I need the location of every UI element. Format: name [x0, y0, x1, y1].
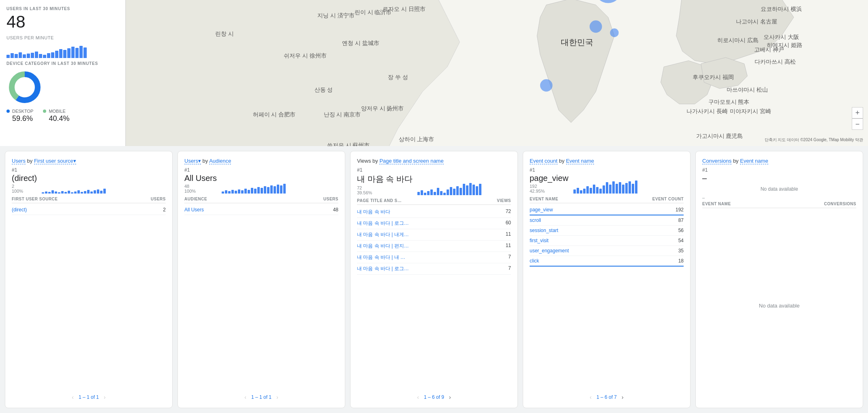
table-row: page_view192	[530, 205, 684, 215]
row-label: first_visit	[530, 238, 549, 243]
table-row: (direct) 2	[12, 205, 166, 215]
event-col1: EVENT NAME	[530, 197, 558, 201]
conv-col1: EVENT NAME	[702, 202, 731, 206]
svg-text:마쓰야마시 松山: 마쓰야마시 松山	[727, 87, 768, 93]
row-value: 11	[506, 231, 511, 238]
event-metric: 192	[530, 184, 569, 189]
event-count-card: Event count by Event name #1 page_view 1…	[523, 151, 691, 408]
event-pct: 42.95%	[530, 189, 569, 194]
users-source-pct: 100%	[12, 189, 37, 194]
row-label: 내 마음 속 바다 | 내게…	[357, 231, 409, 238]
audience-col1: AUDIENCE	[184, 197, 207, 201]
realtime-panel: USERS IN LAST 30 MINUTES 48 USERS PER MI…	[0, 0, 126, 146]
svg-text:양저우 시 扬州市: 양저우 시 扬州市	[361, 105, 404, 112]
conversions-event-link[interactable]: Event name	[740, 158, 768, 164]
table-row: first_visit54	[530, 236, 684, 246]
users-source-table-header: FIRST USER SOURCE USERS	[12, 197, 166, 203]
svg-text:상하이 上海市: 상하이 上海市	[399, 136, 434, 142]
users-per-minute-bars	[6, 42, 119, 58]
svg-point-41	[610, 28, 618, 37]
page-next-button[interactable]: ›	[447, 393, 453, 401]
row-label: session_start	[530, 228, 558, 233]
svg-text:쉬저우 시 徐州市: 쉬저우 시 徐州市	[284, 53, 327, 59]
row-value: 54	[678, 238, 684, 243]
conversions-table-header: EVENT NAME CONVERSIONS	[702, 202, 856, 208]
event-count-header: Event count by Event name	[530, 158, 684, 164]
audience-link[interactable]: Audience	[209, 158, 231, 164]
conversions-no-data2: No data available	[702, 210, 856, 401]
col2-label: USERS	[151, 197, 166, 201]
page-col2: VIEWS	[497, 198, 511, 203]
page-rank: #1	[357, 167, 511, 173]
device-legend: DESKTOP 59.6% MOBILE 40.4%	[6, 109, 119, 123]
table-row: click18	[530, 256, 684, 267]
map-svg: 지난 시 済南市 쯔보 시 웨이팡 시 潍坊市 옌타이 시 烟台市 지닝 시 済…	[126, 0, 868, 146]
event-rows-container: page_view192scroll87session_start56first…	[530, 205, 684, 267]
row-label: 내 마음 속 바다 | 로그…	[357, 220, 409, 227]
users-source-bars	[42, 179, 166, 194]
desktop-label: DESKTOP	[12, 109, 33, 114]
audience-prev-button[interactable]: ‹	[243, 393, 248, 401]
row-label: (direct)	[12, 207, 27, 213]
table-row: 내 마음 속 바다 | 로그…60	[357, 218, 511, 229]
event-name-link[interactable]: Event name	[566, 158, 594, 164]
svg-text:오사카시 大阪: 오사카시 大阪	[763, 34, 799, 40]
row-value: 35	[678, 248, 684, 254]
row-label: scroll	[530, 217, 541, 223]
conversions-label: Conversions	[702, 158, 731, 164]
map-controls: + −	[852, 107, 863, 130]
page-metric-row: 내 마음 속 바다 72 39.56%	[357, 173, 511, 195]
map-credit: 단축키 지도 데이터 ©2024 Google, TMap Mobility 약…	[765, 137, 863, 143]
audience-row-label: All Users	[184, 207, 204, 213]
svg-point-42	[540, 79, 553, 92]
col1-label: FIRST USER SOURCE	[12, 197, 58, 201]
table-row: 내 마음 속 바다 | 내게…11	[357, 229, 511, 241]
page-primary: 내 마음 속 바다	[357, 174, 413, 185]
event-rank: #1	[530, 167, 684, 173]
audience-next-button[interactable]: ›	[275, 393, 280, 401]
row-value: 72	[506, 209, 511, 215]
audience-row-value: 48	[333, 207, 338, 213]
row-value: 192	[676, 207, 684, 213]
row-label: page_view	[530, 207, 553, 213]
users-source-rank: #1	[12, 167, 166, 173]
svg-text:장 쑤 성: 장 쑤 성	[388, 74, 408, 80]
row-label: 내 마음 속 바다 | 내 …	[357, 254, 405, 261]
page-title-link[interactable]: Page title and screen name	[379, 158, 443, 164]
event-metric-row: page_view 192 42.95%	[530, 173, 684, 194]
prev-page-button[interactable]: ‹	[70, 393, 75, 401]
svg-text:요코하마시 横浜: 요코하마시 横浜	[761, 6, 802, 12]
views-by-page-header: Views by Page title and screen name	[357, 158, 511, 164]
map-background: 지난 시 済南市 쯔보 시 웨이팡 시 潍坊市 옌타이 시 烟台市 지닝 시 済…	[126, 0, 868, 146]
row-label: click	[530, 258, 539, 264]
svg-text:대한민국: 대한민국	[561, 38, 593, 47]
page-prev-button[interactable]: ‹	[415, 393, 421, 401]
first-user-source-link[interactable]: First user source▾	[34, 158, 76, 164]
event-prev-button[interactable]: ‹	[588, 393, 593, 401]
next-page-button[interactable]: ›	[102, 393, 107, 401]
zoom-out-button[interactable]: −	[852, 118, 863, 130]
mobile-pct: 40.4%	[49, 114, 69, 123]
svg-text:히로시마시 広島: 히로시마시 広島	[717, 37, 759, 43]
event-primary: page_view	[530, 174, 569, 183]
users-source-primary: (direct)	[12, 174, 37, 183]
table-row: user_engagement35	[530, 246, 684, 256]
row-value: 18	[678, 258, 684, 264]
row-value: 7	[508, 254, 511, 261]
audience-table-header: AUDIENCE USERS	[184, 197, 338, 203]
svg-point-40	[590, 20, 602, 33]
audience-metric: 48	[184, 184, 217, 189]
zoom-in-button[interactable]: +	[852, 107, 863, 118]
event-next-button[interactable]: ›	[620, 393, 625, 401]
users-by-audience-header: Users▾ by Audience	[184, 158, 338, 164]
page-rows-container: 내 마음 속 바다72내 마음 속 바다 | 로그…60내 마음 속 바다 | …	[357, 206, 511, 275]
row-value: 2	[163, 207, 166, 213]
desktop-legend: DESKTOP 59.6%	[6, 109, 33, 123]
svg-text:허페이 시 合肥市: 허페이 시 合肥市	[253, 112, 296, 118]
svg-text:구마모토시 熊本: 구마모토시 熊本	[708, 99, 750, 105]
audience-metric-row: All Users 48 100%	[184, 173, 338, 194]
conversions-no-data: No data available	[702, 186, 856, 192]
page-footer: ‹ 1 – 6 of 9 ›	[357, 390, 511, 401]
conversions-primary: –	[702, 174, 856, 183]
event-table-header: EVENT NAME EVENT COUNT	[530, 197, 684, 203]
